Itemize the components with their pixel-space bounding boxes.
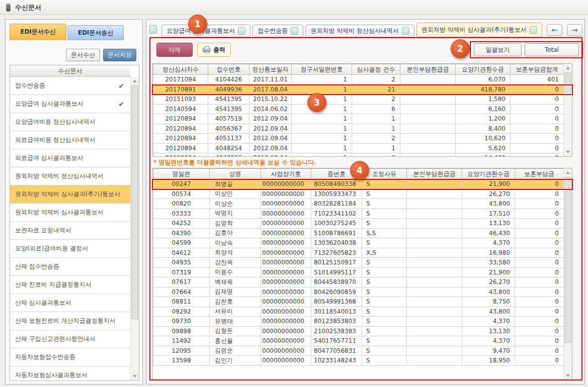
detail-table-row[interactable]: 04252 김영학 00000000000 10030275245 S 13,1… xyxy=(153,219,564,229)
cell-workplace-code[interactable]: 00000000000 xyxy=(261,336,311,346)
sidebar-scrollbar-thumb[interactable] xyxy=(131,85,138,319)
cell-cert-number[interactable]: 80508490338 xyxy=(311,179,362,189)
cell-institution-recovery[interactable]: 8,750 xyxy=(462,297,515,307)
scroll-up-icon[interactable] xyxy=(564,169,572,176)
cell-veteran-charge[interactable]: 0 xyxy=(515,179,564,189)
cell-workplace-code[interactable]: 00000000000 xyxy=(261,356,311,366)
tab-close-icon[interactable]: × xyxy=(291,27,298,35)
cell-veteran-charge[interactable]: 0 xyxy=(515,346,564,356)
summary-table-row[interactable]: 20120894 4057519 2012.09.04 1 1 1,200 0 xyxy=(153,114,564,124)
cell-veteran-charge[interactable]: 0 xyxy=(515,228,564,238)
cell-notice-date[interactable]: 2015.10.22 xyxy=(249,94,292,105)
document-type-item[interactable]: 산재 보험진료비 개산지급결정통지서 xyxy=(10,312,130,330)
print-button[interactable]: 출력 xyxy=(197,43,231,57)
cell-name[interactable]: 강찬옥 xyxy=(210,258,261,268)
cell-decision-count[interactable]: 2 xyxy=(352,94,400,105)
cell-patient-refund[interactable] xyxy=(400,114,456,124)
cell-settlement-round[interactable]: 20140594 xyxy=(153,104,208,114)
cell-patient-refund[interactable] xyxy=(400,75,456,85)
cell-name[interactable]: 김형돈 xyxy=(210,326,261,336)
cell-patient-refund[interactable] xyxy=(407,219,462,229)
cell-decision-count[interactable]: 1 xyxy=(352,114,400,124)
cell-workplace-code[interactable]: 00000000000 xyxy=(261,219,311,229)
detail-table-row[interactable]: 04935 강찬옥 00000000000 80125150917 S 33,5… xyxy=(153,258,564,268)
cell-adjust-reason[interactable]: S xyxy=(362,297,407,307)
cell-decision-count[interactable]: 2 xyxy=(352,75,400,85)
cell-name[interactable]: 김인기 xyxy=(210,356,261,366)
cell-workplace-code[interactable]: 00000000000 xyxy=(261,258,311,268)
scroll-down-icon[interactable] xyxy=(131,372,139,380)
cell-cert-number[interactable]: 80549991368 xyxy=(311,297,362,307)
cell-workplace-code[interactable]: 00000000000 xyxy=(261,189,311,199)
sidebar-scrollbar[interactable] xyxy=(130,77,139,380)
cell-patient-refund[interactable] xyxy=(400,84,456,94)
cell-cert-number[interactable]: 54017657711 xyxy=(311,336,362,346)
cell-veteran-charge[interactable]: 0 xyxy=(515,199,564,209)
cell-workplace-code[interactable]: 00000000000 xyxy=(261,346,311,356)
cell-adjust-reason[interactable]: S xyxy=(362,346,407,356)
document-type-item[interactable]: 자동차보험접수반송증 xyxy=(10,348,130,366)
cell-adjust-reason[interactable]: S xyxy=(362,356,407,366)
cell-decision-count[interactable]: 1 xyxy=(352,124,400,134)
cell-settlement-round[interactable]: 20120894 xyxy=(153,114,208,124)
tab-close-icon[interactable]: × xyxy=(402,27,409,35)
cell-veteran-charge[interactable]: 0 xyxy=(515,277,564,287)
detail-table-row[interactable]: 07319 이용수 00000000000 51014995117 S 21,9… xyxy=(153,267,564,277)
summary-table-row[interactable]: 20170891 4049936 2017.08.04 1 21 418,780… xyxy=(153,84,564,94)
summary-table-row[interactable]: 20171094 4104426 2017.11.01 1 2 6,070 40… xyxy=(153,75,564,85)
cell-cert-number[interactable]: 10233148243 xyxy=(311,356,362,366)
cell-serial[interactable]: 04599 xyxy=(153,238,210,248)
cell-claim-serial[interactable]: 1 xyxy=(292,143,352,153)
cell-notice-date[interactable]: 2017.11.01 xyxy=(249,75,292,85)
cell-patient-refund[interactable] xyxy=(407,297,462,307)
tab-edi-receive[interactable]: EDI문서수신 xyxy=(10,24,66,40)
cell-veteran-charge[interactable]: 0 xyxy=(515,189,564,199)
scroll-up-icon[interactable] xyxy=(564,64,572,72)
cell-workplace-code[interactable]: 00000000000 xyxy=(261,238,311,248)
cell-institution-recovery[interactable]: 21,900 xyxy=(462,179,515,189)
cell-patient-refund[interactable] xyxy=(407,258,462,268)
detail-table-row[interactable]: 03333 박명지 00000000000 71023341102 S 17,5… xyxy=(153,209,564,219)
cell-workplace-code[interactable]: 00000000000 xyxy=(261,277,311,287)
detail-table-row[interactable]: 11492 홍선율 00000000000 54017657711 S 4,37… xyxy=(153,336,564,346)
tab-close-icon[interactable]: × xyxy=(530,26,537,34)
summary-table-row[interactable]: 20120894 4048254 2012.09.04 1 1 5,620 0 xyxy=(153,143,564,153)
cell-settlement-round[interactable]: 20120894 xyxy=(153,134,208,144)
cell-workplace-code[interactable]: 00000000000 xyxy=(261,317,311,327)
cell-notice-date[interactable]: 2014.06.02 xyxy=(249,104,292,114)
cell-institution-recovery[interactable]: 418,780 xyxy=(456,84,511,94)
cell-receipt-number[interactable]: 4056367 xyxy=(208,124,249,134)
detail-table-row[interactable]: 04599 이남숙 00000000000 13036204038 S 4,37… xyxy=(153,238,564,248)
cell-notice-date[interactable]: 2012.09.04 xyxy=(249,143,292,153)
cell-adjust-reason[interactable]: S xyxy=(362,326,407,336)
cell-patient-refund[interactable] xyxy=(407,199,462,209)
cell-adjust-reason[interactable]: S xyxy=(362,179,407,189)
cell-veteran-charge[interactable]: 0 xyxy=(515,307,564,317)
detail-table-row[interactable]: 09898 김형돈 00000000000 21002538383 S 13,1… xyxy=(153,326,564,336)
cell-notice-date[interactable]: 2017.08.04 xyxy=(249,84,292,94)
detail-table-row[interactable]: 04390 김호아 00000000000 51008786691 S,S 46… xyxy=(153,228,564,238)
detail-table-scrollbar[interactable] xyxy=(563,168,572,380)
cell-serial[interactable]: 04390 xyxy=(153,228,210,238)
cell-workplace-code[interactable]: 00000000000 xyxy=(261,248,311,258)
cell-settlement-round[interactable]: 20151093 xyxy=(153,94,208,105)
document-type-item[interactable]: 원외처방 약제비 심사결과통보서 xyxy=(10,204,130,222)
cell-serial[interactable]: 09730 xyxy=(153,317,210,327)
cell-claim-serial[interactable]: 1 xyxy=(292,114,352,124)
cell-institution-recovery[interactable]: 43,800 xyxy=(462,307,515,317)
cell-patient-refund[interactable] xyxy=(400,104,456,114)
cell-workplace-code[interactable]: 00000000000 xyxy=(261,287,311,297)
cell-decision-count[interactable]: 2 xyxy=(352,134,400,144)
cell-patient-refund[interactable] xyxy=(407,356,462,366)
cell-name[interactable]: 김경순 xyxy=(210,346,261,356)
cell-serial[interactable]: 08811 xyxy=(153,297,210,307)
document-tab[interactable]: 원외처방 약제비 정산심사내역서 × xyxy=(305,25,414,37)
cell-institution-recovery[interactable]: 18,950 xyxy=(462,356,515,366)
cell-serial[interactable]: 07617 xyxy=(153,277,210,287)
cell-cert-number[interactable]: 51008786691 xyxy=(311,228,362,238)
cell-receipt-number[interactable]: 4049936 xyxy=(208,84,249,94)
cell-decision-count[interactable]: 6 xyxy=(352,104,400,114)
cell-serial[interactable]: 04935 xyxy=(153,258,210,268)
cell-name[interactable]: 유병태 xyxy=(210,317,261,327)
cell-cert-number[interactable]: 10030275245 xyxy=(311,219,362,229)
